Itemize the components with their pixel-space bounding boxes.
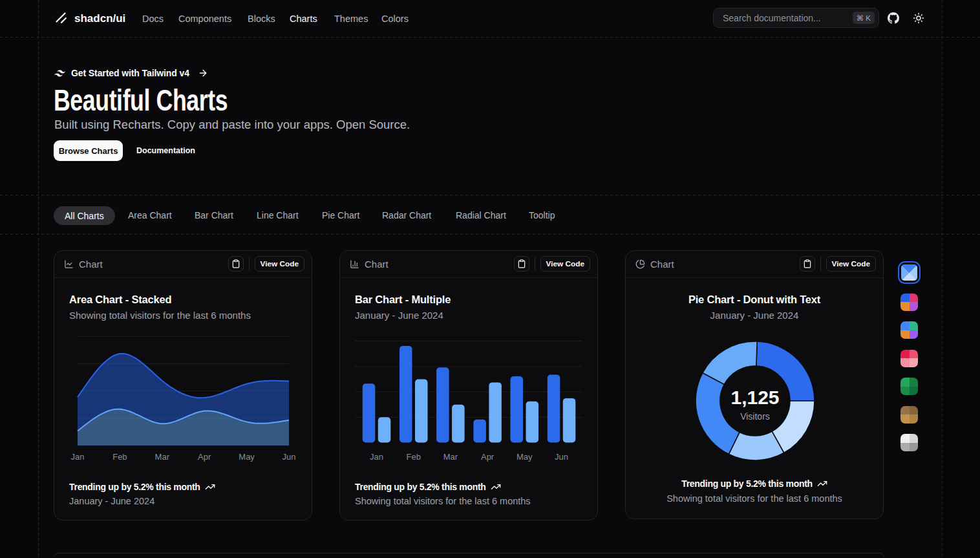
svg-text:Jan: Jan <box>71 452 85 462</box>
svg-text:Feb: Feb <box>406 452 420 462</box>
svg-text:Feb: Feb <box>112 452 127 462</box>
svg-text:May: May <box>517 452 533 462</box>
svg-text:Jun: Jun <box>282 452 296 462</box>
svg-text:Jan: Jan <box>370 452 383 462</box>
svg-text:Mar: Mar <box>155 452 170 462</box>
svg-text:Mar: Mar <box>443 452 458 462</box>
svg-text:Apr: Apr <box>481 452 495 462</box>
svg-text:Apr: Apr <box>198 452 211 462</box>
svg-text:Jun: Jun <box>555 452 568 462</box>
svg-text:May: May <box>239 452 255 462</box>
